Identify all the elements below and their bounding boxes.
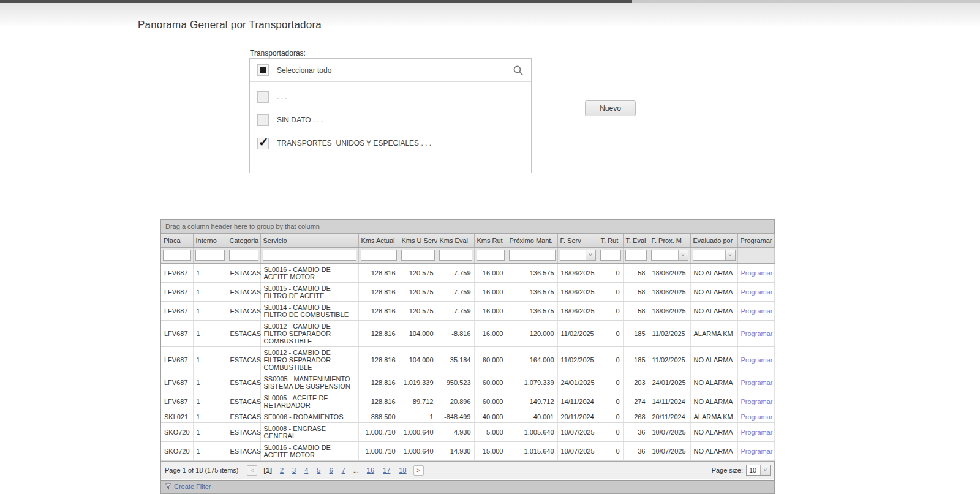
programar-link[interactable]: Programar bbox=[741, 307, 773, 315]
transportadora-item[interactable]: TRANSPORTES UNIDOS Y ESPECIALES . . . bbox=[250, 132, 531, 155]
pager-page-link[interactable]: 7 bbox=[342, 466, 345, 474]
column-header-kms-actual[interactable]: Kms Actual bbox=[358, 234, 399, 247]
chevron-down-icon[interactable]: ˅ bbox=[725, 250, 735, 260]
cell-evaluado-por: NO ALARMA bbox=[690, 392, 737, 411]
programar-link[interactable]: Programar bbox=[741, 288, 773, 296]
cell-pr-ximo-mant: 1.015.640 bbox=[507, 441, 557, 460]
cell-kms-eval: 14.930 bbox=[437, 441, 474, 460]
cell-t-rut: 0 bbox=[598, 441, 623, 460]
cell-t-rut: 0 bbox=[598, 422, 623, 441]
pager-page-link[interactable]: 18 bbox=[399, 466, 406, 474]
cell-categoria: ESTACAS bbox=[227, 301, 260, 320]
transportadora-item[interactable]: SIN DATO . . . bbox=[250, 108, 531, 132]
table-row[interactable]: LFV6871ESTACASSL0015 - CAMBIO DE FILTRO … bbox=[161, 282, 774, 301]
maintenance-table: PlacaInternoCategoriaServicioKms ActualK… bbox=[161, 234, 775, 461]
filter-combo-f-prox-m[interactable]: ˅ bbox=[651, 250, 688, 261]
cell-placa: LFV687 bbox=[161, 282, 193, 301]
column-header-pr-ximo-mant[interactable]: Próximo Mant. bbox=[507, 234, 557, 247]
filter-combo-evaluado-por[interactable]: ˅ bbox=[693, 250, 736, 261]
filter-input-t-rut[interactable] bbox=[600, 250, 621, 261]
checked-checkbox[interactable] bbox=[257, 138, 269, 149]
programar-link[interactable]: Programar bbox=[741, 429, 773, 436]
chevron-down-icon[interactable]: ˅ bbox=[586, 250, 595, 260]
cell-kms-u-serv: 120.575 bbox=[399, 301, 437, 320]
filter-input-placa[interactable] bbox=[163, 250, 191, 261]
table-row[interactable]: SKO7201ESTACASSL0016 - CAMBIO DE ACEITE … bbox=[161, 441, 774, 460]
filter-input-kms-u-serv[interactable] bbox=[401, 250, 435, 261]
filter-input-t-eval[interactable] bbox=[625, 250, 647, 261]
programar-link[interactable]: Programar bbox=[741, 269, 773, 277]
table-row[interactable]: LFV6871ESTACASSL0005 - ACEITE DE RETARDA… bbox=[161, 392, 774, 411]
column-header-categoria[interactable]: Categoria bbox=[227, 234, 260, 247]
select-all-row[interactable]: Seleccionar todo bbox=[250, 59, 531, 82]
column-header-servicio[interactable]: Servicio bbox=[260, 234, 358, 247]
cell-categoria: ESTACAS bbox=[227, 411, 260, 422]
pager-page-link[interactable]: 6 bbox=[329, 466, 333, 474]
filter-input-categoria[interactable] bbox=[229, 250, 258, 261]
pager-page-link[interactable]: 3 bbox=[292, 466, 296, 474]
filter-bar: Create Filter bbox=[161, 480, 774, 493]
unchecked-checkbox[interactable] bbox=[257, 114, 269, 126]
nuevo-button[interactable]: Nuevo bbox=[585, 100, 636, 116]
column-header-programar[interactable]: Programar bbox=[737, 234, 774, 247]
filter-input-kms-eval[interactable] bbox=[439, 250, 472, 261]
filter-input-servicio[interactable] bbox=[263, 250, 356, 261]
unchecked-checkbox[interactable] bbox=[257, 91, 269, 103]
programar-link[interactable]: Programar bbox=[741, 413, 773, 421]
cell-t-rut: 0 bbox=[598, 320, 623, 346]
cell-t-eval: 36 bbox=[623, 422, 649, 441]
column-header-kms-eval[interactable]: Kms Eval bbox=[437, 234, 474, 247]
create-filter-link[interactable]: Create Filter bbox=[174, 483, 211, 490]
table-row[interactable]: LFV6871ESTACASSL0012 - CAMBIO DE FILTRO … bbox=[161, 320, 774, 346]
programar-link[interactable]: Programar bbox=[741, 330, 773, 337]
table-row[interactable]: LFV6871ESTACASSS0005 - MANTENIMIENTO SIS… bbox=[161, 373, 774, 392]
table-row[interactable]: LFV6871ESTACASSL0014 - CAMBIO DE FILTRO … bbox=[161, 301, 774, 320]
column-header-kms-u-serv[interactable]: Kms U Serv bbox=[399, 234, 437, 247]
pager-page-link[interactable]: 4 bbox=[304, 466, 308, 474]
pager-page-link[interactable]: 16 bbox=[367, 466, 374, 474]
cell-f-prox-m: 10/07/2025 bbox=[649, 441, 690, 460]
pager-page-link[interactable]: 17 bbox=[383, 466, 390, 474]
column-header-interno[interactable]: Interno bbox=[193, 234, 227, 247]
transportadora-item-label: TRANSPORTES UNIDOS Y ESPECIALES . . . bbox=[277, 139, 431, 148]
pager-status: Page 1 of 18 (175 items) bbox=[165, 466, 238, 474]
column-header-t-rut[interactable]: T. Rut bbox=[598, 234, 623, 247]
filter-combo-f-serv[interactable]: ˅ bbox=[560, 250, 596, 261]
page-size-dropdown-icon[interactable]: ˅ bbox=[760, 465, 770, 475]
cell-interno: 1 bbox=[193, 263, 227, 282]
cell-pr-ximo-mant: 136.575 bbox=[507, 263, 557, 282]
column-header-t-eval[interactable]: T. Eval bbox=[623, 234, 649, 247]
column-header-f-prox-m[interactable]: F. Prox. M bbox=[649, 234, 690, 247]
pager-next-button[interactable]: > bbox=[413, 465, 424, 476]
column-header-f-serv[interactable]: F. Serv bbox=[557, 234, 598, 247]
programar-link[interactable]: Programar bbox=[741, 379, 773, 386]
filter-input-kms-actual[interactable] bbox=[361, 250, 397, 261]
table-row[interactable]: SKL0211ESTACASSF0006 - RODAMIENTOS888.50… bbox=[161, 411, 774, 422]
group-panel[interactable]: Drag a column header here to group by th… bbox=[161, 220, 774, 234]
pager-page-link[interactable]: 5 bbox=[317, 466, 320, 474]
search-icon[interactable] bbox=[513, 65, 524, 76]
programar-link[interactable]: Programar bbox=[741, 447, 773, 455]
chevron-down-icon[interactable]: ˅ bbox=[678, 250, 688, 260]
pager-page-link[interactable]: 2 bbox=[280, 466, 284, 474]
pager-prev-button[interactable]: < bbox=[247, 465, 257, 476]
cell-f-prox-m: 18/06/2025 bbox=[649, 263, 690, 282]
table-row[interactable]: LFV6871ESTACASSL0012 - CAMBIO DE FILTRO … bbox=[161, 346, 774, 373]
select-all-checkbox[interactable] bbox=[257, 64, 269, 76]
cell-kms-eval: 7.759 bbox=[437, 301, 474, 320]
column-header-evaluado-por[interactable]: Evaluado por bbox=[690, 234, 737, 247]
table-row[interactable]: LFV6871ESTACASSL0016 - CAMBIO DE ACEITE … bbox=[161, 263, 774, 282]
cell-t-rut: 0 bbox=[598, 392, 623, 411]
transportadora-item-label: SIN DATO . . . bbox=[277, 116, 323, 124]
filter-input-interno[interactable] bbox=[195, 250, 225, 261]
filter-input-kms-rut[interactable] bbox=[477, 250, 505, 261]
table-row[interactable]: SKO7201ESTACASSL0008 - ENGRASE GENERAL1.… bbox=[161, 422, 774, 441]
column-header-placa[interactable]: Placa bbox=[161, 234, 193, 247]
transportadora-item[interactable]: . . . bbox=[250, 85, 531, 108]
filter-input-pr-ximo-mant[interactable] bbox=[509, 250, 556, 261]
page-size-select[interactable]: 10 ˅ bbox=[746, 465, 771, 476]
cell-placa: LFV687 bbox=[161, 373, 193, 392]
programar-link[interactable]: Programar bbox=[741, 398, 773, 405]
programar-link[interactable]: Programar bbox=[741, 356, 773, 364]
column-header-kms-rut[interactable]: Kms Rut bbox=[474, 234, 507, 247]
